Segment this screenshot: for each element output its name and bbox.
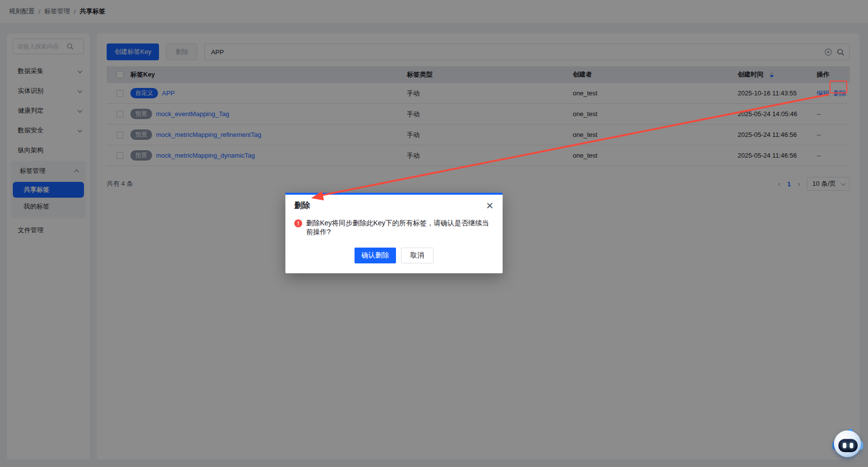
cancel-button[interactable]: 取消 bbox=[401, 248, 434, 263]
robot-face bbox=[838, 439, 858, 452]
modal-message: 删除Key将同步删除此Key下的所有标签，请确认是否继续当前操作? bbox=[306, 219, 494, 237]
close-icon[interactable]: ✕ bbox=[486, 201, 494, 211]
delete-confirm-modal: 删除 ✕ ! 删除Key将同步删除此Key下的所有标签，请确认是否继续当前操作?… bbox=[285, 193, 503, 273]
robot-eye bbox=[843, 443, 846, 448]
assistant-robot-icon[interactable] bbox=[833, 429, 862, 458]
robot-eye bbox=[850, 443, 853, 448]
confirm-delete-button[interactable]: 确认删除 bbox=[355, 248, 396, 263]
warning-icon: ! bbox=[294, 219, 302, 227]
modal-title: 删除 bbox=[294, 201, 310, 211]
robot-head bbox=[834, 430, 861, 457]
